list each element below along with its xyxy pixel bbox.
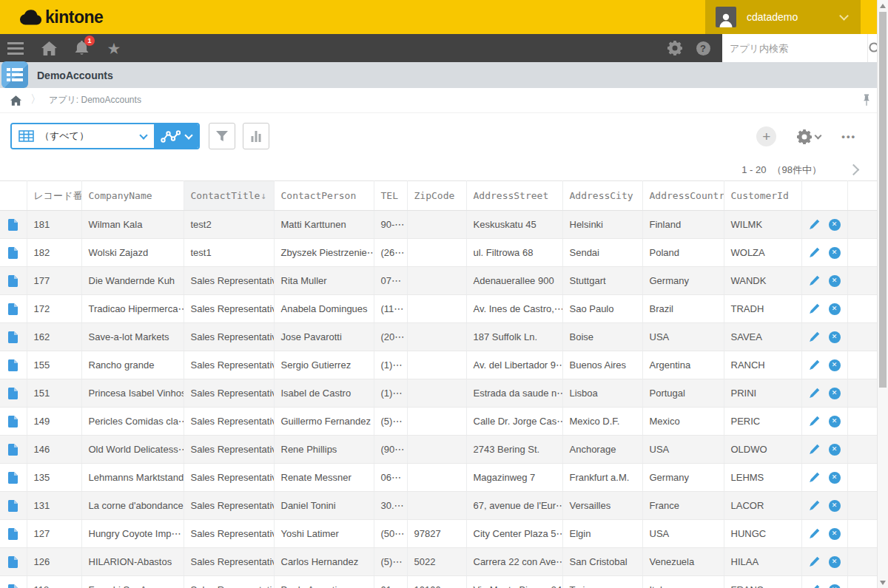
column-header-ContactPerson[interactable]: ContactPerson: [274, 181, 374, 211]
search-icon[interactable]: [867, 34, 877, 62]
record-detail-icon[interactable]: [0, 408, 27, 436]
column-header-ZipCode[interactable]: ZipCode: [407, 181, 466, 211]
chart-button[interactable]: [243, 123, 269, 149]
delete-record-button[interactable]: ✕: [829, 584, 841, 588]
pin-icon[interactable]: [862, 94, 871, 109]
delete-record-button[interactable]: ✕: [829, 556, 841, 568]
delete-record-button[interactable]: ✕: [829, 219, 841, 231]
vertical-scrollbar[interactable]: [877, 0, 888, 588]
cell: Brazil: [642, 295, 724, 323]
cell: [407, 436, 466, 464]
cell: 67, avenue de l'Eur⋯: [466, 492, 562, 520]
cell: [407, 492, 466, 520]
delete-record-button[interactable]: ✕: [829, 444, 841, 456]
next-page-button[interactable]: [850, 166, 858, 174]
cell: 127: [27, 520, 81, 548]
favorites-star-icon[interactable]: ★: [105, 39, 123, 57]
pagination: 1 - 20 （98件中）: [0, 159, 877, 180]
edit-record-button[interactable]: [809, 303, 820, 314]
column-header-TEL[interactable]: TEL: [374, 181, 407, 211]
column-header-レコード番号[interactable]: レコード番号: [27, 181, 81, 211]
breadcrumb-app-link[interactable]: アプリ: DemoAccounts: [49, 94, 141, 107]
edit-record-button[interactable]: [809, 528, 820, 539]
settings-gear-icon[interactable]: [666, 39, 684, 57]
search-input[interactable]: [722, 34, 867, 62]
edit-record-button[interactable]: [809, 472, 820, 483]
hamburger-menu-icon[interactable]: [6, 39, 25, 58]
column-header-CompanyName[interactable]: CompanyName: [81, 181, 184, 211]
cell: Keskuskatu 45: [466, 211, 562, 239]
scrollbar-thumb[interactable]: [879, 12, 887, 388]
record-detail-icon[interactable]: [0, 379, 27, 408]
edit-record-button[interactable]: [809, 219, 820, 230]
record-detail-icon[interactable]: [0, 239, 27, 267]
delete-record-button[interactable]: ✕: [829, 472, 841, 484]
delete-record-button[interactable]: ✕: [829, 303, 841, 315]
delete-record-button[interactable]: ✕: [829, 275, 841, 287]
cell: HILAA: [724, 548, 801, 576]
record-detail-icon[interactable]: [0, 520, 27, 548]
delete-record-button[interactable]: ✕: [829, 528, 841, 540]
cell: Anabela Domingues: [274, 295, 374, 323]
scroll-down-arrow[interactable]: [880, 581, 886, 585]
edit-record-button[interactable]: [809, 500, 820, 511]
kintone-logo[interactable]: kintone: [19, 7, 103, 27]
app-settings-button[interactable]: [797, 129, 821, 144]
cell: Rancho grande: [81, 351, 184, 379]
graph-selector-button[interactable]: [154, 124, 198, 148]
cell: Die Wandernde Kuh: [81, 267, 184, 295]
edit-record-button[interactable]: [809, 416, 820, 427]
user-menu[interactable]: cdatademo: [705, 0, 861, 34]
cell: (20⋯: [374, 323, 407, 351]
record-detail-icon[interactable]: [0, 267, 27, 295]
edit-record-button[interactable]: [809, 584, 820, 588]
delete-record-button[interactable]: ✕: [829, 416, 841, 428]
edit-record-button[interactable]: [809, 444, 820, 455]
row-actions: ✕: [801, 436, 847, 464]
column-header-CustomerId[interactable]: CustomerId: [724, 181, 801, 211]
edit-record-button[interactable]: [809, 359, 820, 371]
more-options-button[interactable]: •••: [841, 131, 856, 142]
record-detail-icon[interactable]: [0, 492, 27, 520]
home-icon[interactable]: [40, 39, 58, 57]
cell: San Cristobal: [562, 548, 642, 576]
delete-record-button[interactable]: ✕: [829, 500, 841, 512]
column-header-AddressCity[interactable]: AddressCity: [562, 181, 642, 211]
record-detail-icon[interactable]: [0, 295, 27, 323]
record-detail-icon[interactable]: [0, 323, 27, 351]
view-selector-dropdown[interactable]: （すべて）: [12, 124, 154, 148]
scroll-up-arrow[interactable]: [880, 4, 886, 8]
cell: 01⋯: [374, 576, 407, 588]
filler-cell: [847, 351, 877, 379]
delete-record-button[interactable]: ✕: [829, 388, 841, 399]
add-record-button[interactable]: +: [756, 126, 776, 146]
record-detail-icon[interactable]: [0, 548, 27, 576]
edit-record-button[interactable]: [809, 556, 820, 567]
delete-record-button[interactable]: ✕: [829, 247, 841, 259]
app-icon[interactable]: [1, 61, 28, 88]
cell: Av. del Libertador 9⋯: [466, 351, 562, 379]
cell: Germany: [642, 267, 724, 295]
edit-record-button[interactable]: [809, 247, 820, 258]
column-header-AddressStreet[interactable]: AddressStreet: [466, 181, 562, 211]
column-header-ContactTitle[interactable]: ContactTitle↓: [184, 181, 274, 211]
edit-record-button[interactable]: [809, 331, 820, 342]
cell: (50⋯: [374, 520, 407, 548]
delete-record-button[interactable]: ✕: [829, 331, 841, 343]
pagination-range: 1 - 20: [741, 164, 766, 175]
record-detail-icon[interactable]: [0, 464, 27, 492]
filter-button[interactable]: [209, 123, 235, 149]
record-detail-icon[interactable]: [0, 436, 27, 464]
breadcrumb-home-icon[interactable]: [10, 95, 21, 106]
record-detail-icon[interactable]: [0, 211, 27, 239]
notifications-bell-icon[interactable]: 1: [73, 39, 90, 57]
help-icon[interactable]: ?: [694, 39, 712, 57]
edit-record-button[interactable]: [809, 388, 820, 399]
record-detail-icon[interactable]: [0, 576, 27, 588]
column-header-AddressCountry[interactable]: AddressCountry: [642, 181, 724, 211]
delete-record-button[interactable]: ✕: [829, 359, 841, 371]
cell: Tradicao Hipermerca⋯: [81, 295, 184, 323]
edit-record-button[interactable]: [809, 275, 820, 286]
cell: [407, 464, 466, 492]
record-detail-icon[interactable]: [0, 351, 27, 379]
